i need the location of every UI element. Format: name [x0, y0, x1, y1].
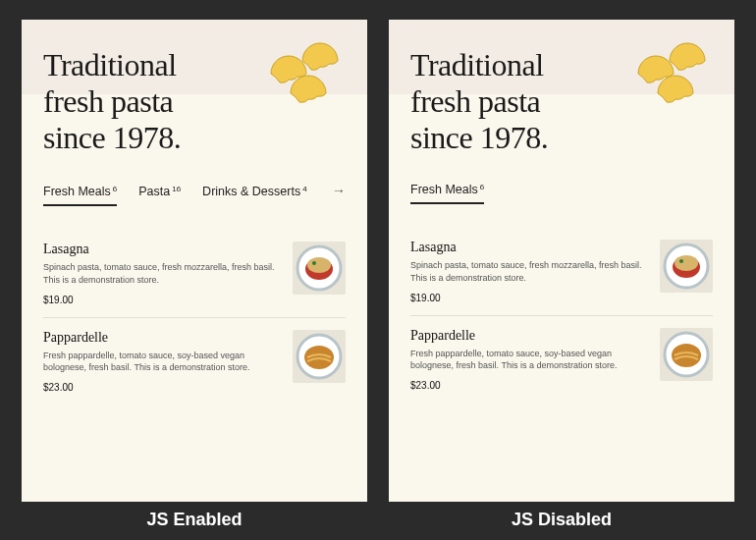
menu-items: Lasagna Spinach pasta, tomato sauce, fre…	[22, 212, 367, 404]
menu-item-text: Lasagna Spinach pasta, tomato sauce, fre…	[410, 240, 646, 302]
menu-item[interactable]: Lasagna Spinach pasta, tomato sauce, fre…	[43, 230, 346, 317]
menu-item[interactable]: Pappardelle Fresh pappardelle, tomato sa…	[43, 318, 346, 405]
tab-count: 6	[113, 185, 117, 193]
menu-item[interactable]: Lasagna Spinach pasta, tomato sauce, fre…	[410, 228, 713, 315]
menu-item-image	[293, 330, 346, 383]
tab-pasta[interactable]: Pasta16	[138, 185, 181, 204]
tab-drinks-desserts[interactable]: Drinks & Desserts4	[202, 185, 306, 204]
caption-left: JS Enabled	[22, 510, 367, 530]
hero: Traditional fresh pasta since 1978.	[389, 20, 734, 155]
svg-point-4	[312, 261, 316, 265]
category-tabs: Fresh Meals6 Pasta16 Drinks & Desserts4 …	[22, 155, 367, 212]
svg-point-12	[679, 259, 683, 263]
menu-item-text: Lasagna Spinach pasta, tomato sauce, fre…	[43, 242, 279, 304]
menu-item-text: Pappardelle Fresh pappardelle, tomato sa…	[43, 330, 279, 393]
menu-item-desc: Spinach pasta, tomato sauce, fresh mozza…	[410, 259, 646, 284]
ravioli-icon	[619, 39, 717, 128]
tab-label: Fresh Meals	[43, 185, 111, 198]
menu-items: Lasagna Spinach pasta, tomato sauce, fre…	[389, 210, 734, 402]
tab-label: Fresh Meals	[410, 183, 478, 196]
menu-item-price: $19.00	[410, 293, 646, 303]
menu-item-name: Pappardelle	[410, 328, 646, 344]
svg-point-3	[307, 257, 331, 273]
tab-fresh-meals[interactable]: Fresh Meals6	[43, 185, 117, 206]
menu-item[interactable]: Pappardelle Fresh pappardelle, tomato sa…	[410, 316, 713, 403]
hero-title: Traditional fresh pasta since 1978.	[410, 47, 567, 155]
pane-captions: JS Enabled JS Disabled	[22, 510, 734, 530]
tab-fresh-meals[interactable]: Fresh Meals6	[410, 183, 484, 204]
menu-item-image	[660, 328, 713, 381]
menu-item-price: $19.00	[43, 295, 279, 305]
svg-point-11	[675, 255, 698, 271]
menu-item-name: Lasagna	[410, 240, 646, 255]
menu-item-desc: Spinach pasta, tomato sauce, fresh mozza…	[43, 261, 279, 286]
arrow-right-icon[interactable]: →	[332, 183, 346, 198]
tab-label: Pasta	[138, 185, 170, 198]
hero-title: Traditional fresh pasta since 1978.	[43, 47, 200, 155]
menu-item-desc: Fresh pappardelle, tomato sauce, soy-bas…	[43, 350, 279, 374]
pane-js-enabled: Traditional fresh pasta since 1978. Fres…	[22, 20, 367, 502]
menu-item-text: Pappardelle Fresh pappardelle, tomato sa…	[410, 328, 646, 391]
tab-label: Drinks & Desserts	[202, 185, 300, 198]
menu-item-desc: Fresh pappardelle, tomato sauce, soy-bas…	[410, 348, 646, 372]
ravioli-icon	[251, 39, 350, 128]
menu-item-name: Pappardelle	[43, 330, 279, 346]
tab-count: 4	[302, 185, 306, 193]
menu-item-image	[660, 240, 713, 293]
comparison-panes: Traditional fresh pasta since 1978. Fres…	[22, 20, 734, 502]
category-tabs: Fresh Meals6	[389, 155, 734, 210]
menu-item-image	[293, 242, 346, 295]
menu-item-name: Lasagna	[43, 242, 279, 257]
menu-item-price: $23.00	[410, 380, 646, 391]
pane-js-disabled: Traditional fresh pasta since 1978. Fres…	[389, 20, 734, 502]
hero: Traditional fresh pasta since 1978.	[22, 20, 367, 155]
tab-count: 6	[480, 183, 484, 191]
caption-right: JS Disabled	[389, 510, 734, 530]
menu-item-price: $23.00	[43, 382, 279, 393]
tab-count: 16	[172, 185, 181, 193]
